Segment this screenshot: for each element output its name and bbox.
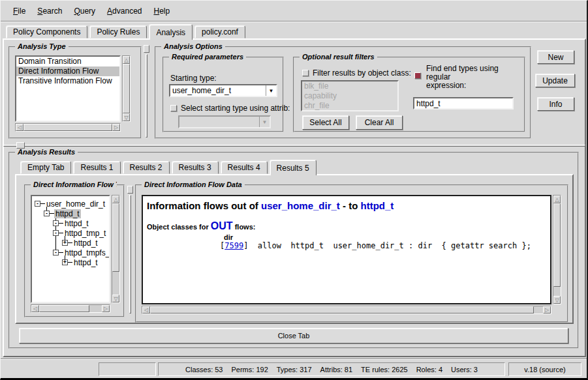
new-button[interactable]: New — [537, 50, 574, 64]
clear-all-button[interactable]: Clear All — [356, 115, 403, 130]
tree-node[interactable]: -httpd_t — [44, 209, 81, 218]
list-item-selected[interactable]: Direct Information Flow — [16, 66, 119, 76]
tree-node[interactable]: -httpd_tmp_t — [53, 228, 107, 238]
starting-type-label: Starting type: — [170, 74, 217, 83]
scroll-right-button[interactable]: ▷ — [112, 124, 120, 131]
tree-node[interactable]: -httpd_t — [53, 218, 90, 228]
results-page: Direct Information Flow T -user_home_dir… — [15, 174, 574, 324]
pane-sash-handle[interactable] — [144, 45, 149, 53]
starting-type-combobox[interactable]: user_home_dir_t ▼ — [169, 84, 277, 97]
scrollbar-thumb[interactable] — [150, 306, 534, 314]
collapse-icon[interactable]: - — [53, 220, 59, 226]
scroll-up-button[interactable]: △ — [123, 56, 130, 64]
results-sash-line[interactable] — [3, 145, 585, 147]
data-hscrollbar[interactable]: ◁ ▷ — [142, 306, 551, 314]
scrollbar-track[interactable] — [112, 203, 119, 295]
attrib-checkbox[interactable] — [170, 105, 177, 111]
heading-source-type: user_home_dir_t — [261, 200, 340, 211]
flow-data-text[interactable]: Information flows out of user_home_dir_t… — [142, 195, 551, 304]
tab-policy-components[interactable]: Policy Components — [6, 25, 87, 38]
tree-node-label[interactable]: httpd_t — [72, 239, 99, 248]
tab-policy-rules[interactable]: Policy Rules — [89, 25, 147, 38]
attrib-checkbox-row[interactable]: Select starting type using attrib: — [170, 104, 290, 113]
tree-vscrollbar[interactable]: △ ▽ — [112, 195, 120, 303]
info-button[interactable]: Info — [537, 97, 574, 111]
scrollbar-thumb[interactable] — [112, 203, 119, 272]
tree-node-label[interactable]: user_home_dir_t — [45, 199, 106, 209]
tree-data-sash-handle[interactable] — [127, 186, 133, 194]
tab-results-4[interactable]: Results 4 — [221, 161, 268, 174]
scroll-up-button[interactable]: △ — [553, 196, 561, 203]
scrollbar-track[interactable] — [23, 124, 112, 131]
tab-empty[interactable]: Empty Tab — [20, 161, 71, 174]
tab-analysis[interactable]: Analysis — [149, 24, 193, 40]
tree-node-label[interactable]: httpd_tmpfs_ — [63, 248, 110, 257]
scrollbar-thumb[interactable] — [123, 64, 130, 113]
scrollbar-thumb[interactable] — [39, 305, 89, 312]
menu-search[interactable]: Search — [31, 5, 68, 18]
filter-object-class-checkbox[interactable] — [302, 70, 309, 76]
collapse-icon[interactable]: - — [44, 211, 50, 216]
heading-middle: - to — [340, 200, 361, 211]
tab-results-1[interactable]: Results 1 — [73, 161, 120, 174]
scroll-down-button[interactable]: ▽ — [112, 295, 119, 302]
scroll-right-button[interactable]: ▷ — [102, 305, 110, 312]
regex-checkbox[interactable] — [414, 72, 421, 79]
menu-query[interactable]: Query — [68, 5, 101, 18]
tree-node[interactable]: -httpd_tmpfs_ — [53, 248, 110, 257]
pane-sash-line[interactable] — [146, 54, 147, 138]
expand-icon[interactable]: + — [62, 259, 68, 265]
tree-node-label[interactable]: httpd_t — [72, 258, 99, 267]
scrollbar-track[interactable] — [553, 203, 561, 296]
list-item[interactable]: Domain Transition — [16, 57, 119, 66]
update-button[interactable]: Update — [535, 74, 575, 87]
collapse-icon[interactable]: - — [53, 250, 59, 256]
scrollbar-thumb[interactable] — [553, 203, 561, 287]
required-parameters-frame: Required parameters Starting type: user_… — [162, 57, 284, 132]
scroll-down-button[interactable]: ▽ — [553, 296, 561, 304]
collapse-icon[interactable]: - — [53, 230, 59, 236]
scrollbar-thumb[interactable] — [23, 124, 112, 131]
tree-node-label[interactable]: httpd_t — [63, 219, 90, 228]
scrollbar-track[interactable] — [150, 306, 543, 314]
scroll-left-button[interactable]: ◁ — [142, 306, 150, 314]
tab-policy-conf[interactable]: policy.conf — [194, 25, 245, 38]
chevron-down-icon[interactable]: ▼ — [266, 85, 276, 96]
tree-node-label[interactable]: httpd_tmp_t — [63, 229, 107, 238]
list-item[interactable]: Transitive Information Flow — [16, 76, 119, 86]
expand-icon[interactable]: + — [62, 240, 68, 246]
tree-node-label-selected[interactable]: httpd_t — [54, 209, 81, 218]
subheading-out: OUT — [211, 220, 233, 231]
analysis-type-listbox[interactable]: Domain Transition Direct Information Flo… — [15, 55, 121, 122]
tree-node[interactable]: +httpd_t — [62, 257, 99, 267]
regex-input[interactable] — [413, 97, 514, 110]
tree-node[interactable]: +httpd_t — [62, 238, 99, 248]
tab-results-3[interactable]: Results 3 — [172, 161, 219, 174]
scroll-up-button[interactable]: △ — [112, 196, 119, 203]
scroll-left-button[interactable]: ◁ — [31, 305, 39, 312]
tree-hscrollbar[interactable]: ◁ ▷ — [31, 304, 110, 313]
tree-node[interactable]: -user_home_dir_t — [35, 199, 106, 209]
tab-results-2[interactable]: Results 2 — [123, 161, 170, 174]
data-vscrollbar[interactable]: △ ▽ — [553, 195, 561, 304]
collapse-icon[interactable]: - — [35, 201, 40, 207]
scroll-right-button[interactable]: ▷ — [543, 306, 551, 314]
rule-number-link[interactable]: 7599 — [224, 241, 243, 250]
tab-results-5[interactable]: Results 5 — [270, 160, 317, 175]
scroll-left-button[interactable]: ◁ — [16, 124, 23, 131]
close-tab-button[interactable]: Close Tab — [19, 328, 568, 343]
menu-advanced[interactable]: Advanced — [101, 5, 147, 18]
filter-object-class-row[interactable]: Filter results by object class: — [302, 68, 411, 78]
flow-tree[interactable]: -user_home_dir_t -httpd_t -httpd_t -http… — [31, 195, 110, 303]
analysis-type-hscrollbar[interactable]: ◁ ▷ — [15, 123, 121, 132]
tree-data-sash-line[interactable] — [129, 195, 131, 314]
select-all-button[interactable]: Select All — [302, 115, 349, 130]
results-sash-handle[interactable] — [16, 142, 25, 149]
analysis-type-vscrollbar[interactable]: △ ▽ — [122, 55, 131, 122]
menu-file[interactable]: File — [7, 5, 31, 18]
list-item-disabled: blk_file — [302, 81, 397, 91]
scroll-down-button[interactable]: ▽ — [123, 113, 130, 121]
scrollbar-track[interactable] — [39, 305, 102, 312]
menu-help[interactable]: Help — [147, 5, 176, 18]
scrollbar-track[interactable] — [123, 64, 130, 113]
